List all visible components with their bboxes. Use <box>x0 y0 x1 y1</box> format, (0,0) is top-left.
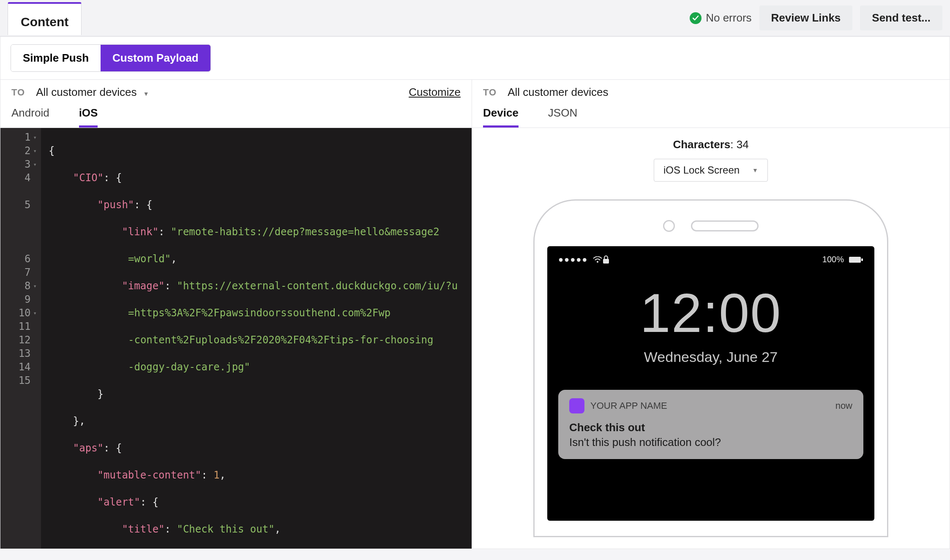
notification-body: Isn't this push notification cool? <box>569 436 852 449</box>
app-icon <box>569 398 584 413</box>
svg-rect-3 <box>861 258 863 261</box>
platform-tabs: Android iOS <box>0 104 472 128</box>
top-bar: Content No errors Review Links Send test… <box>0 0 950 36</box>
to-label: TO <box>483 87 497 98</box>
phone-side-button <box>888 353 888 399</box>
character-count: Characters: 34 <box>472 128 950 159</box>
editor-code[interactable]: { "CIO": { "push": { "link": "remote-hab… <box>41 128 472 549</box>
phone-screen: ●●●●● 100% <box>547 246 874 521</box>
preview-mode-row: iOS Lock Screen ▼ <box>472 159 950 182</box>
review-links-button[interactable]: Review Links <box>759 5 853 30</box>
battery-icon <box>849 256 863 263</box>
svg-rect-2 <box>849 257 861 263</box>
editor-gutter: 1▾2▾3▾4▾5▾6▾7▾8▾9▾10▾11▾12▾13▾14▾15▾ <box>0 128 41 549</box>
status-bar: ●●●●● 100% <box>558 255 863 264</box>
check-icon <box>690 12 702 24</box>
to-label: TO <box>11 87 25 98</box>
send-test-button[interactable]: Send test... <box>860 5 942 30</box>
lock-screen-date: Wednesday, June 27 <box>558 349 863 365</box>
no-errors-indicator: No errors <box>690 11 751 24</box>
main-area: Simple Push Custom Payload TO All custom… <box>0 36 950 549</box>
phone-side-button <box>888 408 888 454</box>
notification-header: YOUR APP NAME now <box>569 398 852 413</box>
preview-mode-label: iOS Lock Screen <box>663 164 740 176</box>
notification-title: Check this out <box>569 421 852 434</box>
characters-label: Characters <box>673 138 730 151</box>
phone-frame: ●●●●● 100% <box>533 199 888 537</box>
chevron-down-icon: ▼ <box>143 90 149 97</box>
svg-rect-1 <box>603 259 609 264</box>
to-value-text: All customer devices <box>36 86 136 98</box>
tab-ios[interactable]: iOS <box>79 106 98 128</box>
preview-pane: TO All customer devices Device JSON Char… <box>472 80 950 549</box>
tab-android[interactable]: Android <box>11 106 49 128</box>
tab-json[interactable]: JSON <box>548 106 577 128</box>
chevron-down-icon: ▼ <box>752 167 758 174</box>
battery-percent: 100% <box>822 255 844 264</box>
lock-icon <box>602 255 822 264</box>
simple-push-button[interactable]: Simple Push <box>11 45 101 71</box>
payload-mode-segmented: Simple Push Custom Payload <box>11 44 211 72</box>
camera-icon <box>663 220 675 232</box>
editor-pane: TO All customer devices ▼ Customize Andr… <box>0 80 472 549</box>
notification-time: now <box>835 400 852 411</box>
preview-mode-dropdown[interactable]: iOS Lock Screen ▼ <box>654 159 768 182</box>
phone-side-button <box>888 302 888 331</box>
notification-card: YOUR APP NAME now Check this out Isn't t… <box>558 390 863 459</box>
speaker-icon <box>691 220 759 231</box>
wifi-icon <box>593 256 602 263</box>
payload-mode-row: Simple Push Custom Payload <box>0 37 950 80</box>
code-editor[interactable]: 1▾2▾3▾4▾5▾6▾7▾8▾9▾10▾11▾12▾13▾14▾15▾ { "… <box>0 128 472 549</box>
editor-to-row: TO All customer devices ▼ Customize <box>0 80 472 104</box>
svg-point-0 <box>597 261 598 263</box>
lock-screen-time: 12:00 <box>558 281 863 345</box>
no-errors-text: No errors <box>706 11 751 24</box>
signal-icon: ●●●●● <box>558 255 588 264</box>
customize-link[interactable]: Customize <box>409 86 461 99</box>
phone-top-hardware <box>547 220 874 232</box>
tab-content[interactable]: Content <box>8 2 82 35</box>
to-value-text: All customer devices <box>508 86 608 99</box>
app-name: YOUR APP NAME <box>590 400 667 411</box>
phone-preview-wrap: ●●●●● 100% <box>472 182 950 537</box>
to-value-dropdown[interactable]: All customer devices ▼ <box>36 86 149 99</box>
tab-device[interactable]: Device <box>483 106 519 128</box>
characters-value: 34 <box>737 138 749 151</box>
preview-to-row: TO All customer devices <box>472 80 950 104</box>
top-bar-right: No errors Review Links Send test... <box>690 5 942 30</box>
custom-payload-button[interactable]: Custom Payload <box>101 45 210 71</box>
preview-tabs: Device JSON <box>472 104 950 128</box>
split-panes: TO All customer devices ▼ Customize Andr… <box>0 80 950 549</box>
